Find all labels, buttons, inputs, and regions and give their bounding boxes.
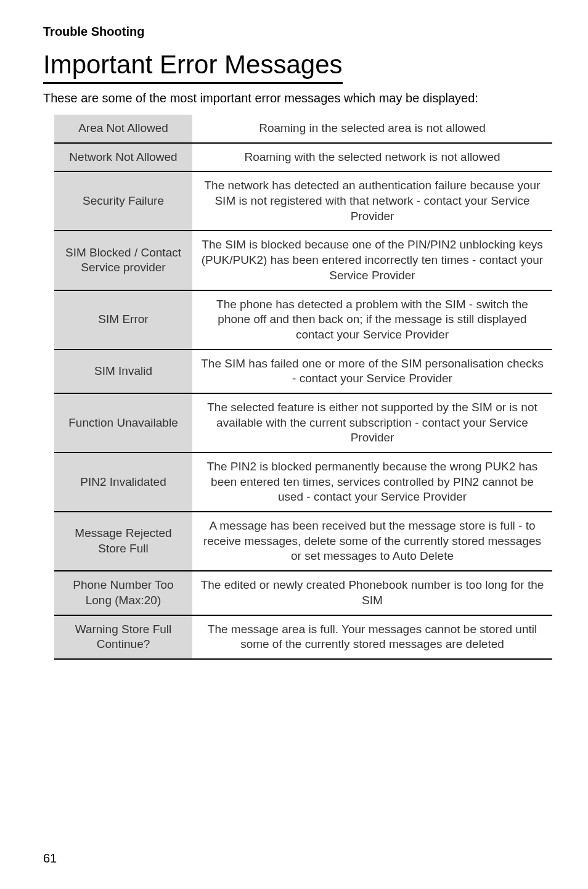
error-description-cell: The phone has detected a problem with th… <box>192 290 552 350</box>
error-description-cell: The selected feature is either not suppo… <box>192 393 552 453</box>
table-row: PIN2 InvalidatedThe PIN2 is blocked perm… <box>54 453 552 512</box>
table-row: SIM Blocked / Contact Service providerTh… <box>54 231 552 290</box>
error-name-cell: Area Not Allowed <box>54 115 192 143</box>
error-description-cell: The PIN2 is blocked permanently because … <box>192 453 552 512</box>
error-description-cell: A message has been received but the mess… <box>192 512 552 571</box>
table-row: SIM InvalidThe SIM has failed one or mor… <box>54 350 552 393</box>
error-name-cell: Phone Number Too Long (Max:20) <box>54 571 192 615</box>
page-title: Important Error Messages <box>43 50 343 84</box>
error-description-cell: The SIM is blocked because one of the PI… <box>192 231 552 290</box>
error-description-cell: Roaming in the selected area is not allo… <box>192 115 552 143</box>
table-row: Message Rejected Store FullA message has… <box>54 512 552 571</box>
intro-text: These are some of the most important err… <box>43 90 552 106</box>
error-name-cell: SIM Blocked / Contact Service provider <box>54 231 192 290</box>
error-name-cell: PIN2 Invalidated <box>54 453 192 512</box>
table-row: Security FailureThe network has detected… <box>54 171 552 231</box>
error-name-cell: SIM Invalid <box>54 350 192 393</box>
error-description-cell: Roaming with the selected network is not… <box>192 143 552 172</box>
error-name-cell: Message Rejected Store Full <box>54 512 192 571</box>
table-row: Warning Store Full Continue?The message … <box>54 615 552 659</box>
error-description-cell: The message area is full. Your messages … <box>192 615 552 659</box>
table-row: Phone Number Too Long (Max:20)The edited… <box>54 571 552 615</box>
error-description-cell: The network has detected an authenticati… <box>192 171 552 231</box>
section-label: Trouble Shooting <box>43 25 552 39</box>
table-row: Function UnavailableThe selected feature… <box>54 393 552 453</box>
error-name-cell: Function Unavailable <box>54 393 192 453</box>
error-name-cell: Warning Store Full Continue? <box>54 615 192 659</box>
error-name-cell: Security Failure <box>54 171 192 231</box>
table-row: Network Not AllowedRoaming with the sele… <box>54 143 552 172</box>
table-row: Area Not AllowedRoaming in the selected … <box>54 115 552 143</box>
error-name-cell: SIM Error <box>54 290 192 350</box>
page: Trouble Shooting Important Error Message… <box>0 0 588 889</box>
error-description-cell: The SIM has failed one or more of the SI… <box>192 350 552 393</box>
error-messages-table: Area Not AllowedRoaming in the selected … <box>54 115 552 660</box>
error-name-cell: Network Not Allowed <box>54 143 192 172</box>
table-row: SIM ErrorThe phone has detected a proble… <box>54 290 552 350</box>
error-description-cell: The edited or newly created Phonebook nu… <box>192 571 552 615</box>
page-number: 61 <box>43 851 57 866</box>
